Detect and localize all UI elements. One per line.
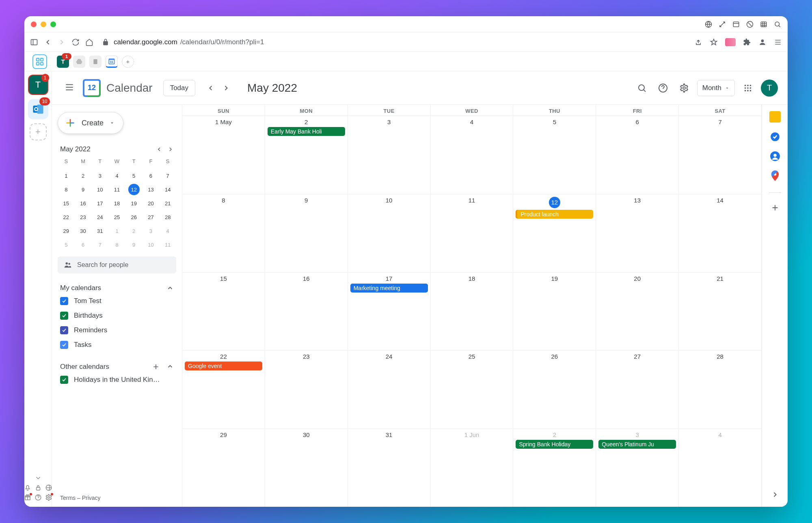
mini-day[interactable]: 7 [91,238,108,252]
mini-day[interactable]: 20 [143,196,160,210]
close-window[interactable] [31,22,37,27]
mini-day[interactable]: 13 [143,183,160,196]
day-cell[interactable]: 16 [265,273,348,351]
create-button[interactable]: Create [58,112,123,134]
day-cell[interactable]: 28 [679,351,762,428]
search-button[interactable] [634,80,650,96]
add-calendar-icon[interactable] [152,363,160,371]
bell-icon[interactable] [24,484,31,491]
mini-day[interactable]: 5 [58,238,75,252]
day-cell[interactable]: 30 [265,429,348,507]
mini-day[interactable]: 21 [159,196,176,210]
mini-day[interactable]: 14 [159,183,176,196]
mini-day[interactable]: 6 [75,238,92,252]
day-cell[interactable]: 3Queen's Platinum Ju [596,429,679,507]
calendar-checkbox[interactable] [60,341,68,349]
mini-day[interactable]: 17 [91,196,108,210]
event-chip[interactable]: Spring Bank Holiday [516,440,593,449]
chevron-up-icon[interactable] [166,363,174,370]
rail-item-teams[interactable]: T 1 [28,75,48,95]
mini-day[interactable]: 10 [91,183,108,196]
mini-day[interactable]: 22 [58,210,75,224]
mini-day[interactable]: 4 [108,169,125,183]
event-chip[interactable]: Early May Bank Holi [268,127,345,136]
mini-day[interactable]: 12 [125,183,143,196]
mini-day[interactable]: 19 [125,196,143,210]
panel-icon[interactable] [732,21,740,28]
maximize-window[interactable] [50,22,56,27]
day-cell[interactable]: 19 [513,273,596,351]
chevron-up-icon[interactable] [166,284,174,292]
day-cell[interactable]: 4 [679,429,762,507]
mini-day[interactable]: 8 [108,238,125,252]
home-icon[interactable] [85,38,93,46]
day-cell[interactable]: 7 [679,116,762,194]
day-cell[interactable]: 22Google event [182,351,265,428]
search-icon[interactable] [774,21,781,28]
calendar-checkbox[interactable] [60,312,68,320]
day-cell[interactable]: 3 [348,116,431,194]
day-cell[interactable]: 24 [348,351,431,428]
next-month[interactable] [219,81,233,95]
shield-icon[interactable] [746,21,754,28]
hamburger-icon[interactable] [62,80,77,97]
user-avatar[interactable]: T [761,80,778,97]
calendar-item[interactable]: Holidays in the United Kin… [58,372,176,387]
lock-small-icon[interactable] [35,484,42,491]
mini-day[interactable]: 3 [143,224,160,238]
day-cell[interactable]: 1 May [182,116,265,194]
today-button[interactable]: Today [163,80,195,96]
globe-small-icon[interactable] [45,484,52,491]
profile-chip[interactable] [725,38,736,46]
mini-day[interactable]: 23 [75,210,92,224]
fav-add[interactable]: + [122,56,134,68]
mini-day[interactable]: 11 [108,183,125,196]
globe-icon[interactable] [705,21,712,28]
mini-day[interactable]: 2 [125,224,143,238]
minimize-window[interactable] [41,22,46,27]
event-chip[interactable]: Marketing meeting [350,284,428,293]
help-button[interactable] [655,80,671,96]
day-cell[interactable]: 29 [182,429,265,507]
calendar-checkbox[interactable] [60,376,68,384]
calendar-item[interactable]: Birthdays [58,308,176,323]
day-cell[interactable]: 6 [596,116,679,194]
calendar-checkbox[interactable] [60,297,68,305]
sidebar-toggle-icon[interactable] [30,38,38,46]
mini-day[interactable]: 9 [125,238,143,252]
mini-day[interactable]: 25 [108,210,125,224]
mini-day[interactable]: 26 [125,210,143,224]
reload-icon[interactable] [71,38,80,46]
prev-month[interactable] [203,81,218,95]
day-cell[interactable]: 5 [513,116,596,194]
mini-day[interactable]: 29 [58,224,75,238]
mini-day[interactable]: 30 [75,224,92,238]
mini-day[interactable]: 24 [91,210,108,224]
extension-icon[interactable] [743,38,751,46]
fav-drive[interactable] [73,56,85,68]
view-selector[interactable]: Month [697,80,735,96]
menu-icon[interactable] [774,38,782,46]
grid-icon[interactable] [760,21,767,28]
mini-day[interactable]: 15 [58,196,75,210]
mini-day[interactable]: 1 [58,169,75,183]
mini-day[interactable]: 11 [159,238,176,252]
mini-day[interactable]: 5 [125,169,143,183]
maps-icon[interactable] [771,170,780,182]
collapse-rail-icon[interactable] [771,491,779,499]
mini-day[interactable]: 2 [75,169,92,183]
settings-button[interactable] [676,80,692,96]
day-cell[interactable]: 21 [679,273,762,351]
mini-day[interactable]: 28 [159,210,176,224]
share-icon[interactable] [694,38,702,46]
day-cell[interactable]: 20 [596,273,679,351]
mini-prev[interactable] [156,146,162,153]
forward-icon[interactable] [58,38,66,46]
mini-day[interactable]: 10 [143,238,160,252]
day-cell[interactable]: 12Product launch [513,194,596,272]
chevron-down-icon[interactable] [35,474,42,482]
fav-calendar-active[interactable]: 31 [106,56,118,68]
day-cell[interactable]: 23 [265,351,348,428]
rail-add-workspace[interactable]: + [30,123,47,140]
search-people[interactable]: Search for people [58,256,176,273]
